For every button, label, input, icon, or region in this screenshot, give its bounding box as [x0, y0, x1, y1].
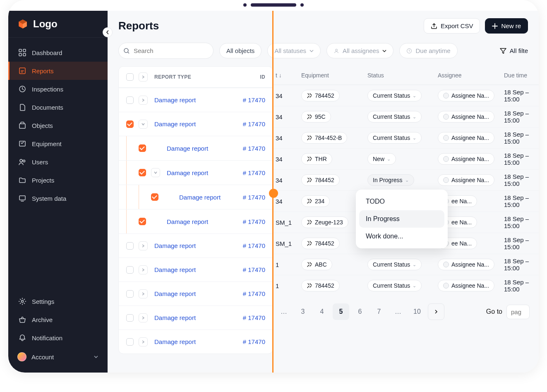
- equipment-chip[interactable]: Zeuge-123: [301, 216, 348, 228]
- sidebar-item-settings[interactable]: Settings: [8, 292, 108, 310]
- report-row[interactable]: Damage report# 17470: [119, 88, 273, 112]
- status-select[interactable]: Current Status ⌄: [367, 132, 422, 144]
- report-type-link[interactable]: Damage report: [167, 145, 208, 152]
- row-checkbox[interactable]: [151, 193, 158, 201]
- sidebar-item-users[interactable]: Users: [8, 153, 108, 171]
- page-last[interactable]: 10: [409, 303, 425, 320]
- expand-toggle[interactable]: [139, 313, 148, 322]
- row-checkbox[interactable]: [126, 290, 134, 298]
- assignee-chip[interactable]: Assignee Na...: [438, 111, 494, 123]
- sidebar-collapse-button[interactable]: [103, 27, 113, 37]
- report-type-link[interactable]: Damage report: [167, 169, 208, 176]
- status-select[interactable]: Current Status ⌄: [367, 111, 422, 123]
- sidebar-item-equipment[interactable]: Equipment: [8, 135, 108, 153]
- sidebar-item-inspections[interactable]: Inspections: [8, 80, 108, 98]
- sidebar-item-objects[interactable]: Objects: [8, 116, 108, 135]
- status-select[interactable]: Current Status ⌄: [367, 280, 422, 291]
- filter-objects[interactable]: All objects: [219, 43, 262, 58]
- report-row[interactable]: Damage report# 17470: [119, 329, 273, 354]
- report-row[interactable]: Damage report# 17470: [119, 136, 273, 160]
- expand-toggle[interactable]: [151, 168, 160, 177]
- filter-statuses[interactable]: All statuses: [267, 43, 321, 58]
- status-select[interactable]: In Progress ⌄: [367, 174, 414, 186]
- split-handle[interactable]: [269, 189, 278, 198]
- status-select[interactable]: New ⌄: [367, 153, 396, 165]
- row-checkbox[interactable]: [126, 96, 134, 104]
- row-checkbox[interactable]: [126, 242, 134, 250]
- select-all-checkbox[interactable]: [126, 73, 134, 81]
- page-4[interactable]: 4: [314, 303, 330, 320]
- status-select[interactable]: Current Status ⌄: [367, 259, 422, 270]
- report-type-link[interactable]: Damage report: [154, 120, 196, 127]
- page-7[interactable]: 7: [371, 303, 387, 320]
- assignee-chip[interactable]: Assignee Na...: [438, 280, 494, 291]
- page-5[interactable]: 5: [333, 303, 349, 320]
- report-type-link[interactable]: Damage report: [179, 194, 221, 201]
- report-type-link[interactable]: Damage report: [167, 218, 208, 225]
- filter-due[interactable]: Due anytime: [399, 43, 457, 58]
- page-3[interactable]: 3: [295, 303, 311, 320]
- filter-assignees[interactable]: All assignees: [326, 43, 393, 58]
- row-checkbox[interactable]: [126, 338, 134, 346]
- account-menu[interactable]: Account: [8, 347, 108, 367]
- export-csv-button[interactable]: Export CSV: [424, 18, 480, 34]
- expand-toggle[interactable]: [139, 289, 148, 298]
- assignee-chip[interactable]: Assignee Na...: [438, 132, 494, 144]
- equipment-chip[interactable]: 234: [301, 195, 330, 207]
- new-report-button[interactable]: New re: [485, 18, 528, 34]
- equipment-chip[interactable]: 784452: [301, 238, 340, 249]
- report-row[interactable]: Damage report# 17470: [119, 233, 273, 257]
- status-option[interactable]: Work done...: [359, 228, 444, 245]
- report-row[interactable]: Damage report# 17470: [119, 257, 273, 281]
- search-input[interactable]: [118, 43, 214, 59]
- sidebar-item-reports[interactable]: Reports: [8, 62, 108, 80]
- goto-input[interactable]: [506, 305, 530, 319]
- sidebar-item-dashboard[interactable]: Dashboard: [8, 43, 108, 62]
- expand-toggle[interactable]: [139, 96, 148, 105]
- equipment-chip[interactable]: 784-452-B: [301, 132, 347, 144]
- col-sort[interactable]: t ↓: [276, 72, 297, 79]
- sidebar-item-archive[interactable]: Archive: [8, 310, 108, 329]
- expand-toggle[interactable]: [139, 265, 148, 274]
- report-type-link[interactable]: Damage report: [154, 314, 196, 321]
- report-row[interactable]: Damage report# 17470: [119, 209, 273, 233]
- equipment-chip[interactable]: ABC: [301, 259, 332, 270]
- report-row[interactable]: Damage report# 17470: [119, 305, 273, 329]
- page-next-button[interactable]: [428, 303, 444, 320]
- report-type-link[interactable]: Damage report: [154, 96, 196, 103]
- equipment-chip[interactable]: 95C: [301, 111, 331, 123]
- sidebar-item-system-data[interactable]: System data: [8, 189, 108, 207]
- assignee-chip[interactable]: Assignee Na...: [438, 90, 494, 101]
- page-6[interactable]: 6: [352, 303, 368, 320]
- row-checkbox[interactable]: [139, 218, 146, 225]
- status-option[interactable]: TODO: [359, 193, 444, 210]
- assignee-chip[interactable]: Assignee Na...: [438, 153, 494, 165]
- sidebar-item-projects[interactable]: Projects: [8, 171, 108, 189]
- status-select[interactable]: Current Status ⌄: [367, 90, 422, 101]
- equipment-chip[interactable]: 784452: [301, 90, 340, 101]
- report-row[interactable]: Damage report# 17470: [119, 160, 273, 185]
- expand-toggle[interactable]: [139, 337, 148, 346]
- report-type-link[interactable]: Damage report: [154, 266, 196, 273]
- equipment-chip[interactable]: 784452: [301, 174, 340, 186]
- row-checkbox[interactable]: [139, 169, 146, 176]
- assignee-chip[interactable]: Assignee Na...: [438, 174, 494, 186]
- expand-toggle[interactable]: [139, 120, 148, 129]
- sidebar-item-notification[interactable]: Notification: [8, 329, 108, 347]
- row-checkbox[interactable]: [126, 120, 134, 128]
- all-filters-button[interactable]: All filte: [500, 47, 528, 54]
- report-type-link[interactable]: Damage report: [154, 338, 196, 345]
- sidebar-item-documents[interactable]: Documents: [8, 98, 108, 116]
- report-row[interactable]: Damage report# 17470: [119, 112, 273, 136]
- expand-toggle[interactable]: [139, 72, 148, 82]
- row-checkbox[interactable]: [139, 144, 146, 152]
- row-checkbox[interactable]: [126, 314, 134, 322]
- row-checkbox[interactable]: [126, 266, 134, 274]
- equipment-chip[interactable]: 784452: [301, 280, 340, 291]
- status-option[interactable]: In Progress: [359, 210, 444, 228]
- equipment-chip[interactable]: THR: [301, 153, 332, 165]
- expand-toggle[interactable]: [139, 241, 148, 250]
- report-type-link[interactable]: Damage report: [154, 290, 196, 297]
- report-row[interactable]: Damage report# 17470: [119, 185, 273, 209]
- assignee-chip[interactable]: Assignee Na...: [438, 259, 494, 270]
